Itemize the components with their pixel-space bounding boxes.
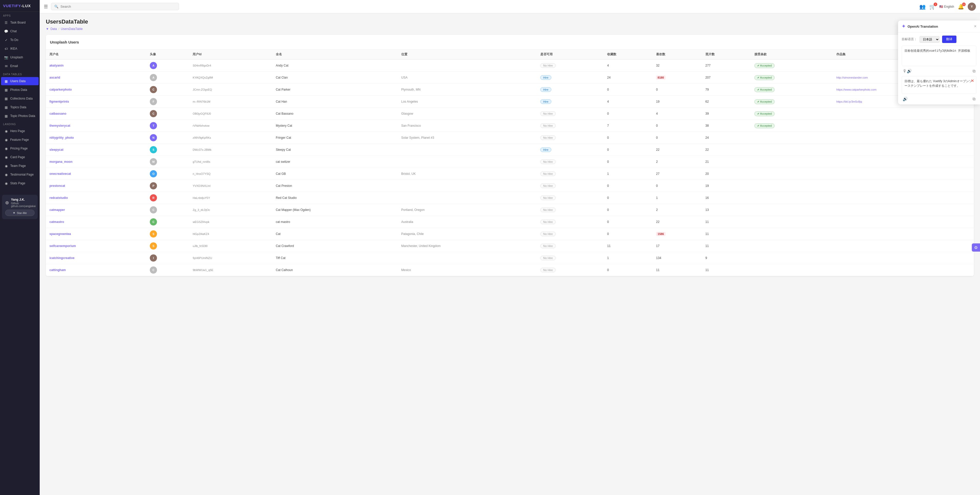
cell-photos: 11 [702, 264, 751, 276]
portfolio-link[interactable]: https://www.catparkerphoto.com [836, 88, 877, 91]
table-row: redcatstudio R HaLnbdjuY5Y Red Cat Studi… [46, 192, 974, 204]
copy-input-icon[interactable]: ⧉ [972, 69, 975, 73]
cell-favorites: 0 [604, 108, 652, 120]
cell-photos: 39 [702, 108, 751, 120]
status-badge: No Hire [540, 268, 555, 272]
github-icon: ⊛ [5, 200, 9, 206]
table-row: icatchingcreative I 9yH6PUmINZU Tiff Cat… [46, 252, 974, 264]
cell-location [398, 156, 537, 168]
star-me-button[interactable]: ★ Star-Me [5, 209, 35, 216]
cell-username: themysterycat [46, 120, 146, 132]
sidebar-item-collections-data[interactable]: ▦ Collections Data [1, 94, 39, 103]
portfolio-link[interactable]: https://bit.ly/3m5c8jq [836, 100, 862, 103]
breadcrumb-icon: ▼ [46, 27, 49, 31]
user-row-avatar: C [150, 86, 157, 93]
cell-accepted: ✔ Accepted [751, 120, 833, 132]
sidebar-item-stats-page[interactable]: ◉ Stats Page [1, 179, 39, 187]
sidebar-item-chat[interactable]: 💬 Chat [1, 27, 39, 35]
menu-toggle-button[interactable]: ☰ [44, 4, 48, 10]
cell-favorites: 0 [604, 204, 652, 216]
cell-avatar: A [146, 59, 189, 72]
cell-username: ascarid [46, 72, 146, 84]
cell-fullname: Cat Han [272, 96, 398, 108]
language-selector[interactable]: 🇺🇸 English [939, 5, 954, 8]
sidebar-item-email[interactable]: ✉ Email [1, 62, 39, 70]
search-input[interactable] [60, 5, 176, 8]
sidebar-item-photos-data[interactable]: ▦ Photos Data [1, 86, 39, 94]
notification-icon[interactable]: 🔔 22 [958, 3, 964, 10]
sidebar-item-feature-page[interactable]: ◉ Feature Page [1, 136, 39, 144]
portfolio-link[interactable]: http://simonestander.com [836, 76, 868, 79]
status-badge: Hire [540, 87, 551, 92]
sidebar-item-team-page[interactable]: ◉ Team Page [1, 162, 39, 170]
clear-output-button[interactable]: ✕ [971, 78, 974, 84]
cart-icon[interactable]: 🛒 3 [929, 3, 936, 10]
user-row-avatar: I [150, 254, 157, 262]
cell-accepted [751, 252, 833, 264]
cell-fullname: Andy Cat [272, 59, 398, 72]
cell-status: No Hire [537, 252, 604, 264]
topics-data-icon: ▦ [4, 105, 8, 109]
cell-fullname: Red Cat Studio [272, 192, 398, 204]
translation-close-button[interactable]: × [974, 24, 977, 29]
cell-avatar: M [146, 156, 189, 168]
accepted-badge: ✔ Accepted [754, 123, 775, 128]
photos-data-icon: ▦ [4, 88, 8, 92]
sidebar-item-card-page[interactable]: ◉ Card Page [1, 153, 39, 161]
sidebar-item-topics-data[interactable]: ▦ Topics Data [1, 103, 39, 111]
mic-icon[interactable]: 🎙 [903, 69, 907, 73]
people-icon[interactable]: 👥 [919, 3, 926, 10]
sidebar-item-topic-photos-data[interactable]: ▦ Topic Photos Data [1, 112, 39, 120]
star-icon: ★ [13, 211, 15, 214]
sidebar-item-hero-page[interactable]: ◉ Hero Page [1, 127, 39, 135]
col-photos: 照片数 [702, 50, 751, 59]
cell-avatar: C [146, 84, 189, 96]
output-volume-icon[interactable]: 🔊 [903, 97, 908, 102]
user-row-avatar: T [150, 122, 157, 129]
col-accepted: 接受条款 [751, 50, 833, 59]
table-title: Unsplash Users [50, 40, 79, 44]
cell-userid: JCmn-ZOgsEQ [189, 84, 272, 96]
cell-userid: rVNd4xhvtow [189, 120, 272, 132]
sidebar-item-ikea[interactable]: 🏷 IKEA [1, 44, 39, 53]
cell-favorites: 24 [604, 72, 652, 84]
cell-userid: 9bWWUw1_q5E [189, 264, 272, 276]
user-avatar[interactable]: Y [968, 3, 976, 11]
sidebar-item-label: Topics Data [10, 105, 26, 109]
likes-highlight: 1586 [656, 232, 665, 236]
status-badge: No Hire [540, 135, 555, 140]
copy-output-icon[interactable]: ⧉ [972, 97, 975, 102]
cell-fullname: Mystery Cat [272, 120, 398, 132]
sidebar-item-users-data[interactable]: ▦ Users Data [1, 77, 39, 85]
accepted-badge: ✔ Accepted [754, 99, 775, 104]
cell-favorites: 4 [604, 96, 652, 108]
cell-portfolio [833, 120, 974, 132]
sidebar-item-task-board[interactable]: ☰ Task Board [1, 18, 39, 27]
collections-data-icon: ▦ [4, 97, 8, 101]
status-badge: No Hire [540, 244, 555, 248]
cell-location: USA [398, 72, 537, 84]
table-row: catmastro C wEGSZlHvpk cat mastro Austra… [46, 216, 974, 228]
section-apps-label: APPS [0, 12, 40, 18]
cell-location: Manchester, United Kingdom [398, 240, 537, 252]
translation-lang-select[interactable]: 日本語 English 中文 [920, 36, 940, 43]
cell-likes: 19 [652, 96, 702, 108]
status-badge: No Hire [540, 220, 555, 224]
breadcrumb-parent[interactable]: Data [51, 27, 57, 31]
breadcrumb-separator: / [58, 27, 59, 31]
cell-likes: 0 [652, 132, 702, 144]
sidebar-item-testimonial-page[interactable]: ◉ Testimonial Page [1, 170, 39, 179]
translate-button[interactable]: 翻译 [942, 36, 956, 43]
cell-fullname: Cat Crawford [272, 240, 398, 252]
cell-portfolio [833, 192, 974, 204]
translation-toggle-button[interactable]: ⚙ [972, 243, 980, 252]
sidebar-item-todo[interactable]: ✓ To Do [1, 36, 39, 44]
status-badge: No Hire [540, 111, 555, 116]
sidebar-item-unsplash[interactable]: 📷 Unsplash [1, 53, 39, 62]
sidebar-item-pricing-page[interactable]: ◉ Pricing Page [1, 144, 39, 152]
volume-icon[interactable]: 🔊 [907, 68, 912, 73]
translation-input[interactable]: 目标创造最优秀的vuetify3的Admin 开源模板 [902, 46, 977, 66]
feature-page-icon: ◉ [4, 138, 8, 142]
table-row: akatyanin A S04mR8gvDr4 Andy Cat No Hire… [46, 59, 974, 72]
status-badge: No Hire [540, 256, 555, 260]
